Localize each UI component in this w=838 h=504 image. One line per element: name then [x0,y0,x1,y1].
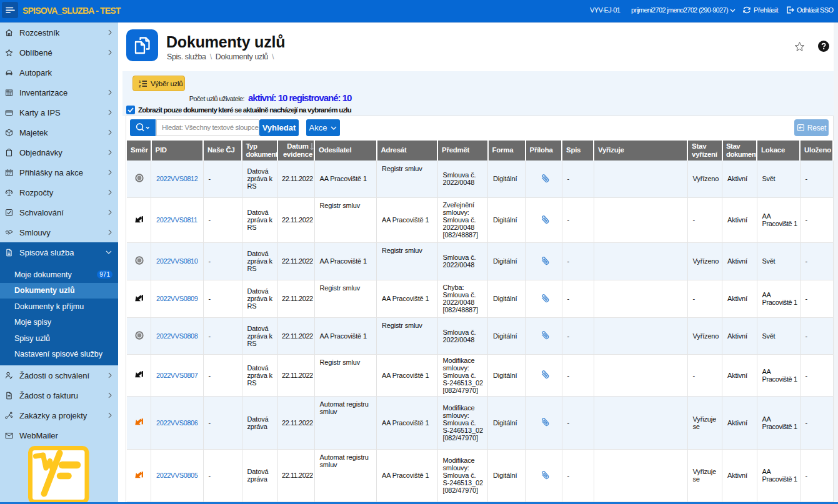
svg-text:1: 1 [139,79,141,83]
svg-text:2: 2 [139,84,141,88]
